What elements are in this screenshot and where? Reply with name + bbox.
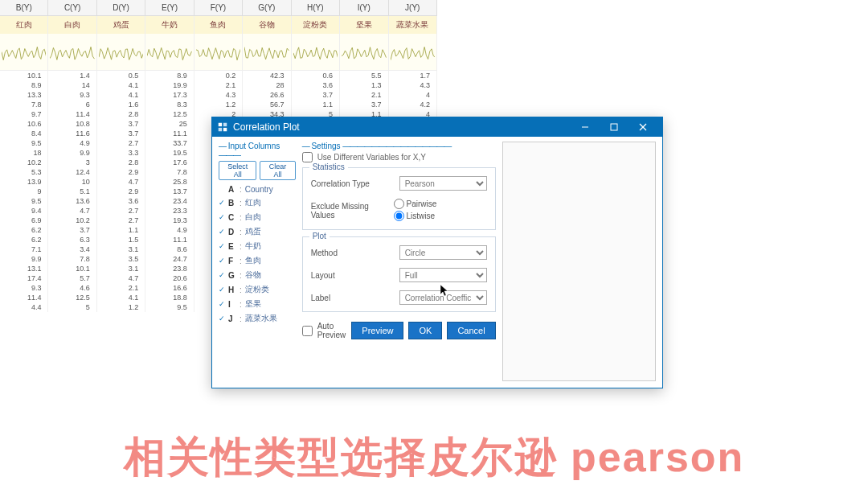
- table-cell[interactable]: 0.2: [194, 71, 243, 80]
- table-cell[interactable]: 25: [145, 119, 194, 129]
- table-cell[interactable]: 23.4: [145, 196, 194, 206]
- table-cell[interactable]: 8.9: [0, 80, 48, 90]
- table-cell[interactable]: 4.9: [145, 225, 194, 235]
- column-header[interactable]: E(Y): [145, 0, 194, 15]
- table-cell[interactable]: 56.7: [243, 100, 291, 109]
- table-cell[interactable]: 11.4: [0, 293, 48, 302]
- table-cell[interactable]: 1.1: [292, 100, 340, 109]
- table-cell[interactable]: 7.8: [48, 254, 96, 264]
- use-different-vars-checkbox[interactable]: [302, 152, 313, 162]
- table-cell[interactable]: 24.7: [145, 254, 194, 264]
- table-cell[interactable]: 10.2: [48, 216, 96, 225]
- table-cell[interactable]: 11.4: [48, 109, 96, 119]
- preview-button[interactable]: Preview: [351, 322, 403, 339]
- dialog-title-bar[interactable]: Correlation Plot: [212, 117, 662, 137]
- table-cell[interactable]: 4.7: [48, 206, 96, 216]
- column-header[interactable]: I(Y): [340, 0, 388, 15]
- table-cell[interactable]: 4.9: [48, 138, 96, 148]
- layout-select[interactable]: Full: [399, 268, 487, 282]
- table-cell[interactable]: 3: [48, 158, 96, 167]
- table-cell[interactable]: 16.6: [145, 283, 194, 293]
- table-cell[interactable]: 4.3: [389, 80, 437, 90]
- table-cell[interactable]: 1.7: [389, 71, 437, 80]
- table-cell[interactable]: 3.4: [48, 244, 96, 254]
- table-cell[interactable]: 13.9: [0, 177, 48, 187]
- table-cell[interactable]: 19.9: [145, 80, 194, 90]
- cancel-button[interactable]: Cancel: [447, 322, 495, 339]
- table-cell[interactable]: 4.4: [0, 302, 48, 312]
- table-cell[interactable]: 8.4: [0, 129, 48, 138]
- table-cell[interactable]: 10.8: [48, 119, 96, 129]
- column-list-item[interactable]: ✓C:白肉: [219, 210, 296, 224]
- table-cell[interactable]: 23.8: [145, 264, 194, 273]
- table-cell[interactable]: 9.3: [48, 90, 96, 100]
- table-cell[interactable]: 3.1: [97, 264, 145, 273]
- column-list-item[interactable]: ✓E:牛奶: [219, 239, 296, 253]
- label-select[interactable]: Correlation Coeffic: [399, 290, 487, 305]
- table-cell[interactable]: 6.2: [0, 235, 48, 244]
- table-cell[interactable]: 13.3: [0, 90, 48, 100]
- table-row[interactable]: 10.11.40.58.90.242.30.65.51.7: [0, 71, 437, 80]
- table-cell[interactable]: 1.5: [97, 235, 145, 244]
- table-cell[interactable]: 3.6: [292, 80, 340, 90]
- table-cell[interactable]: 33.7: [145, 138, 194, 148]
- table-cell[interactable]: 1.6: [97, 100, 145, 109]
- table-cell[interactable]: 8.9: [145, 71, 194, 80]
- table-cell[interactable]: 12.4: [48, 167, 96, 177]
- table-cell[interactable]: 3.7: [97, 119, 145, 129]
- table-cell[interactable]: 26.6: [243, 90, 291, 100]
- table-cell[interactable]: 42.3: [243, 71, 291, 80]
- table-cell[interactable]: 2.1: [97, 283, 145, 293]
- table-cell[interactable]: 9.4: [0, 206, 48, 216]
- column-list-item[interactable]: ✓J:蔬菜水果: [219, 311, 296, 326]
- table-cell[interactable]: 13.7: [145, 187, 194, 196]
- table-cell[interactable]: 25.8: [145, 177, 194, 187]
- table-cell[interactable]: 3.7: [340, 100, 388, 109]
- ok-button[interactable]: OK: [408, 322, 442, 339]
- table-cell[interactable]: 10.2: [0, 158, 48, 167]
- maximize-button[interactable]: [600, 117, 628, 137]
- table-cell[interactable]: 12.5: [48, 293, 96, 302]
- table-cell[interactable]: 12.5: [145, 109, 194, 119]
- table-cell[interactable]: 2.8: [97, 158, 145, 167]
- table-cell[interactable]: 8.6: [145, 244, 194, 254]
- table-cell[interactable]: 4.2: [389, 100, 437, 109]
- table-cell[interactable]: 17.3: [145, 90, 194, 100]
- table-cell[interactable]: 4.1: [97, 293, 145, 302]
- table-cell[interactable]: 9.5: [0, 138, 48, 148]
- table-cell[interactable]: 9.9: [0, 254, 48, 264]
- table-cell[interactable]: 10.1: [0, 71, 48, 80]
- table-cell[interactable]: 2.7: [97, 216, 145, 225]
- column-header[interactable]: C(Y): [48, 0, 96, 15]
- column-list-item[interactable]: ✓B:红肉: [219, 195, 296, 210]
- table-cell[interactable]: 9: [0, 187, 48, 196]
- table-cell[interactable]: 13.6: [48, 196, 96, 206]
- table-cell[interactable]: 10: [48, 177, 96, 187]
- table-cell[interactable]: 3.7: [292, 90, 340, 100]
- column-list-item[interactable]: ✓I:坚果: [219, 297, 296, 311]
- table-cell[interactable]: 18: [0, 148, 48, 158]
- table-cell[interactable]: 7.8: [145, 167, 194, 177]
- table-cell[interactable]: 10.6: [0, 119, 48, 129]
- table-cell[interactable]: 11.1: [145, 235, 194, 244]
- table-cell[interactable]: 2.7: [97, 206, 145, 216]
- table-cell[interactable]: 17.4: [0, 273, 48, 283]
- table-cell[interactable]: 5.1: [48, 187, 96, 196]
- table-cell[interactable]: 13.1: [0, 264, 48, 273]
- clear-all-button[interactable]: Clear All: [260, 161, 295, 180]
- listwise-radio[interactable]: Listwise: [394, 211, 436, 221]
- column-list-item[interactable]: ✓F:鱼肉: [219, 253, 296, 268]
- table-cell[interactable]: 19.3: [145, 216, 194, 225]
- column-list-item[interactable]: ✓H:淀粉类: [219, 282, 296, 297]
- table-cell[interactable]: 23.3: [145, 206, 194, 216]
- table-cell[interactable]: 2.8: [97, 109, 145, 119]
- table-cell[interactable]: 2.7: [97, 138, 145, 148]
- minimize-button[interactable]: [571, 117, 600, 137]
- column-header[interactable]: D(Y): [97, 0, 145, 15]
- method-select[interactable]: Circle: [399, 245, 487, 260]
- table-cell[interactable]: 17.6: [145, 158, 194, 167]
- table-cell[interactable]: 4.3: [194, 90, 243, 100]
- table-cell[interactable]: 5.3: [0, 167, 48, 177]
- table-cell[interactable]: 9.5: [145, 302, 194, 312]
- table-cell[interactable]: 5.5: [340, 71, 388, 80]
